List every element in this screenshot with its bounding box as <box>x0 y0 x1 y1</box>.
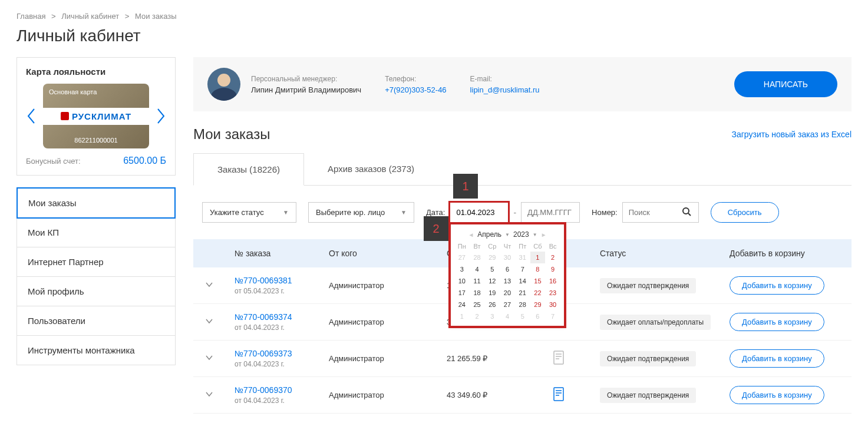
sidebar-item-kp[interactable]: Мои КП <box>17 218 175 247</box>
datepicker-day[interactable]: 13 <box>500 275 515 287</box>
expand-icon[interactable] <box>205 318 213 327</box>
datepicker-day[interactable]: 22 <box>530 287 546 299</box>
datepicker-next-icon[interactable]: ► <box>541 232 547 238</box>
sidebar-item-orders[interactable]: Мои заказы <box>16 187 176 219</box>
status-select[interactable]: Укажите статус ▼ <box>202 202 296 223</box>
search-icon[interactable] <box>682 207 691 218</box>
datepicker-day[interactable]: 2 <box>545 252 560 263</box>
date-to-input[interactable] <box>521 202 580 223</box>
email-label: E-mail: <box>470 75 540 83</box>
datepicker-day[interactable]: 7 <box>515 263 530 275</box>
sidebar-item-profile[interactable]: Мой профиль <box>17 277 175 306</box>
loyalty-card-image[interactable]: Основная карта РУСКЛИМАТ 862211000001 <box>43 84 149 148</box>
breadcrumb-current: Мои заказы <box>135 12 177 21</box>
order-number-link[interactable]: №770-0069374 <box>235 312 292 322</box>
search-input[interactable] <box>629 203 682 222</box>
manager-label: Персональный менеджер: <box>251 75 361 83</box>
datepicker-day[interactable]: 17 <box>454 287 470 299</box>
datepicker-day[interactable]: 4 <box>500 310 515 322</box>
add-to-cart-button[interactable]: Добавить в корзину <box>730 276 824 295</box>
datepicker-day[interactable]: 16 <box>545 275 560 287</box>
reset-button[interactable]: Сбросить <box>711 202 779 223</box>
datepicker-day[interactable]: 8 <box>530 263 546 275</box>
datepicker-day[interactable]: 29 <box>530 299 546 310</box>
datepicker-day[interactable]: 30 <box>545 299 560 310</box>
datepicker-day[interactable]: 15 <box>530 275 546 287</box>
datepicker-day[interactable]: 31 <box>515 252 530 263</box>
sidebar-item-users[interactable]: Пользователи <box>17 306 175 336</box>
card-number: 862211000001 <box>43 137 149 144</box>
datepicker-day[interactable]: 6 <box>500 263 515 275</box>
datepicker-day[interactable]: 2 <box>470 310 485 322</box>
add-to-cart-button[interactable]: Добавить в корзину <box>730 313 824 331</box>
order-number-link[interactable]: №770-0069370 <box>235 385 292 395</box>
datepicker-day[interactable]: 1 <box>454 310 470 322</box>
card-brand: РУСКЛИМАТ <box>72 111 131 121</box>
datepicker-day[interactable]: 24 <box>454 299 470 310</box>
breadcrumb-account[interactable]: Личный кабинет <box>61 12 119 21</box>
datepicker-day[interactable]: 23 <box>545 287 560 299</box>
upload-excel-link[interactable]: Загрузить новый заказ из Excel <box>732 130 852 139</box>
datepicker-day[interactable]: 27 <box>500 299 515 310</box>
datepicker-day[interactable]: 7 <box>545 310 560 322</box>
datepicker-day[interactable]: 26 <box>484 299 500 310</box>
document-icon[interactable] <box>553 358 565 366</box>
datepicker-day[interactable]: 21 <box>515 287 530 299</box>
datepicker-day[interactable]: 4 <box>470 263 485 275</box>
tabs: Заказы (18226) Архив заказов (2373) <box>193 153 852 186</box>
datepicker-popup: ◄ Апрель ▼ 2023 ▼ ► ПнВтСрЧтПтСбВс272829… <box>451 224 564 326</box>
datepicker-day[interactable]: 5 <box>484 263 500 275</box>
datepicker-day[interactable]: 27 <box>454 252 470 263</box>
datepicker-day[interactable]: 28 <box>470 252 485 263</box>
order-number-link[interactable]: №770-0069381 <box>235 276 292 285</box>
document-icon[interactable] <box>553 394 565 403</box>
datepicker-day[interactable]: 5 <box>515 310 530 322</box>
expand-icon[interactable] <box>205 355 213 363</box>
datepicker-day[interactable]: 18 <box>470 287 485 299</box>
datepicker-day[interactable]: 20 <box>500 287 515 299</box>
datepicker-day[interactable]: 25 <box>470 299 485 310</box>
sidebar-item-partner[interactable]: Интернет Партнер <box>17 247 175 277</box>
datepicker-day[interactable]: 30 <box>500 252 515 263</box>
datepicker-day[interactable]: 6 <box>530 310 546 322</box>
datepicker-year[interactable]: 2023 <box>513 230 529 239</box>
add-to-cart-button[interactable]: Добавить в корзину <box>730 386 824 404</box>
status-badge: Ожидает подтверждения <box>600 351 696 366</box>
sidebar-item-tools[interactable]: Инструменты монтажника <box>17 336 175 365</box>
datepicker-day[interactable]: 9 <box>545 263 560 275</box>
breadcrumb-home[interactable]: Главная <box>16 12 45 21</box>
datepicker-day[interactable]: 3 <box>454 263 470 275</box>
manager-avatar <box>207 68 240 101</box>
datepicker-prev-icon[interactable]: ◄ <box>468 232 474 238</box>
add-to-cart-button[interactable]: Добавить в корзину <box>730 349 824 368</box>
datepicker-day[interactable]: 1 <box>530 252 546 263</box>
expand-icon[interactable] <box>205 391 213 400</box>
manager-email[interactable]: lipin_d@rusklimat.ru <box>470 85 540 94</box>
chevron-down-icon: ▼ <box>533 232 537 237</box>
date-from-input[interactable] <box>450 202 509 223</box>
order-number-link[interactable]: №770-0069373 <box>235 349 292 358</box>
order-from: Администратор <box>329 318 447 326</box>
datepicker-month[interactable]: Апрель <box>477 230 501 239</box>
datepicker-dow: Вс <box>545 241 560 252</box>
datepicker-day[interactable]: 28 <box>515 299 530 310</box>
entity-select[interactable]: Выберите юр. лицо ▼ <box>308 202 414 223</box>
datepicker-day[interactable]: 10 <box>454 275 470 287</box>
datepicker-day[interactable]: 11 <box>470 275 485 287</box>
expand-icon[interactable] <box>205 282 213 290</box>
tab-archive[interactable]: Архив заказов (2373) <box>304 153 438 185</box>
manager-phone[interactable]: +7(920)303-52-46 <box>385 85 446 94</box>
bonus-value[interactable]: 6500.00 Б <box>123 156 166 166</box>
datepicker-day[interactable]: 29 <box>484 252 500 263</box>
write-button[interactable]: НАПИСАТЬ <box>734 71 837 97</box>
datepicker-dow: Пт <box>515 241 530 252</box>
datepicker-day[interactable]: 14 <box>515 275 530 287</box>
manager-name: Липин Дмитрий Владимирович <box>251 85 361 94</box>
datepicker-day[interactable]: 12 <box>484 275 500 287</box>
carousel-next-icon[interactable] <box>154 104 166 128</box>
carousel-prev-icon[interactable] <box>26 104 38 128</box>
tab-orders[interactable]: Заказы (18226) <box>193 153 304 186</box>
datepicker-day[interactable]: 3 <box>484 310 500 322</box>
status-badge: Ожидает подтверждения <box>600 278 696 293</box>
datepicker-day[interactable]: 19 <box>484 287 500 299</box>
